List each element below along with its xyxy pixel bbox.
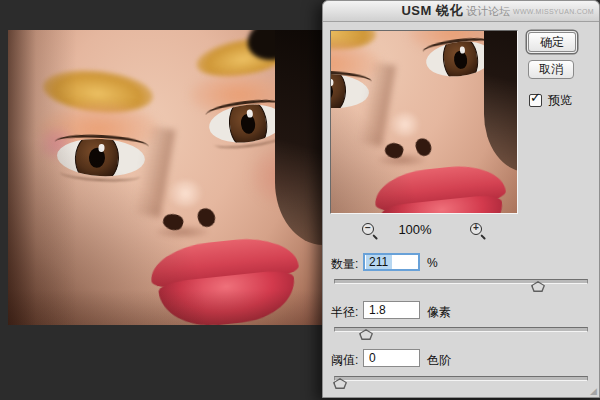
watermark-text: 设计论坛	[466, 4, 510, 19]
eye-left	[56, 137, 146, 178]
preview-zoom-controls: − 100% +	[323, 221, 523, 239]
radius-label: 半径:	[331, 304, 358, 321]
thumb-face	[533, 283, 544, 291]
magnifier-handle	[372, 234, 378, 240]
preview-face-crop	[330, 30, 518, 214]
threshold-input[interactable]	[363, 349, 420, 367]
zoom-out-icon[interactable]: −	[362, 223, 374, 235]
amount-input[interactable]	[363, 253, 420, 271]
lips	[149, 233, 304, 325]
checkmark-icon: ✓	[530, 91, 541, 104]
nose-highlight	[168, 180, 203, 207]
thumb-face	[335, 380, 346, 388]
ok-button[interactable]: 确定	[528, 32, 576, 52]
nose-base-shadow	[378, 153, 425, 167]
watermark-url: WWW.MISSYUAN.COM	[513, 8, 594, 15]
threshold-label: 阈值:	[331, 352, 358, 369]
usm-sharpen-dialog: USM 锐化 设计论坛 WWW.MISSYUAN.COM	[322, 0, 600, 398]
preview-checkbox-label: 预览	[548, 92, 572, 109]
amount-slider[interactable]	[334, 276, 588, 290]
radius-unit: 像素	[427, 304, 451, 321]
amount-label: 数量:	[331, 256, 358, 273]
slider-track	[334, 279, 588, 284]
thumb-face	[361, 331, 372, 339]
preview-checkbox[interactable]: ✓	[529, 94, 542, 107]
portrait-photo-canvas[interactable]	[8, 30, 322, 325]
threshold-slider[interactable]	[334, 373, 588, 387]
filter-preview[interactable]	[330, 30, 518, 214]
zoom-level-text: 100%	[383, 222, 447, 237]
cancel-button[interactable]: 取消	[528, 60, 574, 79]
resize-grip-icon[interactable]: ◢	[590, 387, 597, 396]
radius-input[interactable]	[363, 301, 420, 319]
slider-track	[334, 376, 588, 381]
threshold-unit: 色阶	[427, 352, 451, 369]
radius-slider[interactable]	[334, 324, 588, 338]
plus-glyph: +	[471, 222, 481, 234]
amount-unit: %	[427, 256, 438, 270]
nose-highlight	[390, 112, 421, 137]
preview-checkbox-row: ✓ 预览	[529, 92, 572, 109]
magnifier-handle	[480, 234, 486, 240]
slider-track	[334, 327, 588, 332]
hair	[275, 30, 322, 245]
dialog-title: USM 锐化	[401, 2, 463, 20]
portrait-face	[8, 30, 322, 325]
minus-glyph: −	[363, 222, 373, 234]
dialog-titlebar[interactable]: USM 锐化 设计论坛 WWW.MISSYUAN.COM	[323, 1, 599, 22]
zoom-in-icon[interactable]: +	[470, 223, 482, 235]
